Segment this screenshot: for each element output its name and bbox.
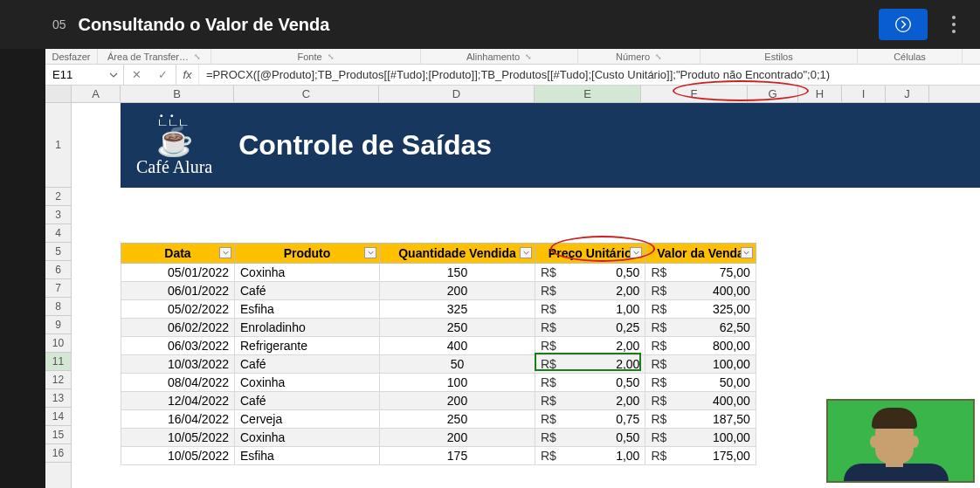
table-row[interactable]: 06/01/2022Café200R$2,00R$400,00: [121, 282, 756, 300]
row-header[interactable]: 4: [45, 224, 71, 243]
cell-value[interactable]: 100,00: [672, 429, 756, 447]
column-header[interactable]: H: [798, 86, 842, 102]
cell-date[interactable]: 10/05/2022: [121, 447, 235, 465]
cell-currency[interactable]: R$: [535, 355, 562, 374]
cell-product[interactable]: Cerveja: [235, 410, 380, 429]
row-header[interactable]: 6: [45, 261, 71, 279]
column-header[interactable]: E: [535, 86, 641, 102]
table-row[interactable]: 05/02/2022Esfiha325R$1,00R$325,00: [121, 300, 756, 319]
cell-currency[interactable]: R$: [645, 264, 672, 282]
row-header[interactable]: 13: [45, 389, 71, 408]
column-header[interactable]: D: [379, 86, 535, 102]
filter-dropdown-icon[interactable]: [219, 247, 231, 258]
cell-date[interactable]: 12/04/2022: [121, 392, 235, 410]
cell-date[interactable]: 06/02/2022: [121, 319, 235, 337]
row-header[interactable]: 2: [45, 188, 71, 206]
cell-qty[interactable]: 250: [380, 319, 535, 337]
cell-date[interactable]: 10/03/2022: [121, 355, 235, 374]
cell-value[interactable]: 187,50: [672, 410, 756, 429]
dialog-launcher-icon[interactable]: ⤡: [328, 52, 335, 61]
cell-value[interactable]: 400,00: [672, 282, 756, 300]
table-row[interactable]: 08/04/2022Coxinha100R$0,50R$50,00: [121, 374, 756, 392]
column-header[interactable]: F: [641, 86, 748, 102]
column-header[interactable]: G: [748, 86, 798, 102]
cell-product[interactable]: Esfiha: [235, 447, 380, 465]
accept-formula-icon[interactable]: ✓: [158, 68, 168, 81]
cell-currency[interactable]: R$: [535, 282, 562, 300]
cell-value[interactable]: 325,00: [672, 300, 756, 319]
cell-qty[interactable]: 50: [380, 355, 535, 374]
cell-product[interactable]: Coxinha: [235, 374, 380, 392]
cell-qty[interactable]: 100: [380, 374, 535, 392]
cell-currency[interactable]: R$: [645, 410, 672, 429]
cell-qty[interactable]: 150: [380, 264, 535, 282]
cell-currency[interactable]: R$: [645, 355, 672, 374]
cell-date[interactable]: 10/05/2022: [121, 429, 235, 447]
cell-price[interactable]: 2,00: [562, 392, 645, 410]
cell-date[interactable]: 16/04/2022: [121, 410, 235, 429]
table-row[interactable]: 10/05/2022Coxinha200R$0,50R$100,00: [121, 429, 756, 447]
cell-value[interactable]: 62,50: [672, 319, 756, 337]
table-row[interactable]: 10/03/2022Café50R$2,00R$100,00: [121, 355, 756, 374]
cell-qty[interactable]: 200: [380, 429, 535, 447]
filter-dropdown-icon[interactable]: [630, 247, 642, 258]
column-header[interactable]: B: [121, 86, 234, 102]
row-header[interactable]: 9: [45, 316, 71, 334]
cell-currency[interactable]: R$: [645, 282, 672, 300]
cell-price[interactable]: 2,00: [562, 337, 645, 355]
row-header[interactable]: 10: [45, 334, 71, 353]
table-row[interactable]: 05/01/2022Coxinha150R$0,50R$75,00: [121, 264, 756, 282]
cell-date[interactable]: 05/01/2022: [121, 264, 235, 282]
row-header[interactable]: 11: [45, 353, 71, 371]
column-header[interactable]: C: [234, 86, 379, 102]
more-menu-button[interactable]: [943, 10, 964, 38]
table-row[interactable]: 12/04/2022Café200R$2,00R$400,00: [121, 392, 756, 410]
row-header[interactable]: 12: [45, 371, 71, 389]
cell-currency[interactable]: R$: [535, 300, 562, 319]
cell-price[interactable]: 2,00: [562, 282, 645, 300]
cell-value[interactable]: 100,00: [672, 355, 756, 374]
table-header-cell[interactable]: Data: [121, 244, 235, 264]
cell-value[interactable]: 75,00: [672, 264, 756, 282]
next-button[interactable]: [879, 9, 928, 40]
cell-currency[interactable]: R$: [645, 392, 672, 410]
cell-value[interactable]: 800,00: [672, 337, 756, 355]
cell-value[interactable]: 175,00: [672, 447, 756, 465]
cell-currency[interactable]: R$: [535, 447, 562, 465]
row-header[interactable]: 15: [45, 426, 71, 444]
row-header[interactable]: 16: [45, 444, 71, 463]
row-header[interactable]: 14: [45, 408, 71, 426]
cell-currency[interactable]: R$: [645, 319, 672, 337]
row-header[interactable]: 3: [45, 206, 71, 224]
column-header[interactable]: A: [72, 86, 121, 102]
fx-icon[interactable]: fx: [176, 65, 199, 85]
cell-product[interactable]: Café: [235, 355, 380, 374]
row-header[interactable]: 1: [45, 103, 71, 188]
select-all-corner[interactable]: [45, 86, 72, 102]
table-row[interactable]: 16/04/2022Cerveja250R$0,75R$187,50: [121, 410, 756, 429]
cell-qty[interactable]: 175: [380, 447, 535, 465]
row-header[interactable]: 5: [45, 243, 71, 261]
cell-product[interactable]: Refrigerante: [235, 337, 380, 355]
cell-currency[interactable]: R$: [535, 337, 562, 355]
filter-dropdown-icon[interactable]: [741, 247, 753, 258]
cell-price[interactable]: 0,25: [562, 319, 645, 337]
cell-currency[interactable]: R$: [535, 392, 562, 410]
cell-date[interactable]: 08/04/2022: [121, 374, 235, 392]
cell-qty[interactable]: 325: [380, 300, 535, 319]
cell-price[interactable]: 2,00: [562, 355, 645, 374]
cell-currency[interactable]: R$: [645, 300, 672, 319]
cell-currency[interactable]: R$: [535, 429, 562, 447]
cell-product[interactable]: Café: [235, 282, 380, 300]
row-header[interactable]: 7: [45, 279, 71, 298]
cell-product[interactable]: Coxinha: [235, 264, 380, 282]
filter-dropdown-icon[interactable]: [520, 247, 532, 258]
filter-dropdown-icon[interactable]: [364, 247, 376, 258]
table-header-cell[interactable]: Quantidade Vendida: [380, 244, 535, 264]
cell-price[interactable]: 1,00: [562, 300, 645, 319]
cell-date[interactable]: 06/03/2022: [121, 337, 235, 355]
cell-date[interactable]: 06/01/2022: [121, 282, 235, 300]
cell-currency[interactable]: R$: [645, 337, 672, 355]
cell-currency[interactable]: R$: [535, 264, 562, 282]
row-header[interactable]: 8: [45, 298, 71, 316]
